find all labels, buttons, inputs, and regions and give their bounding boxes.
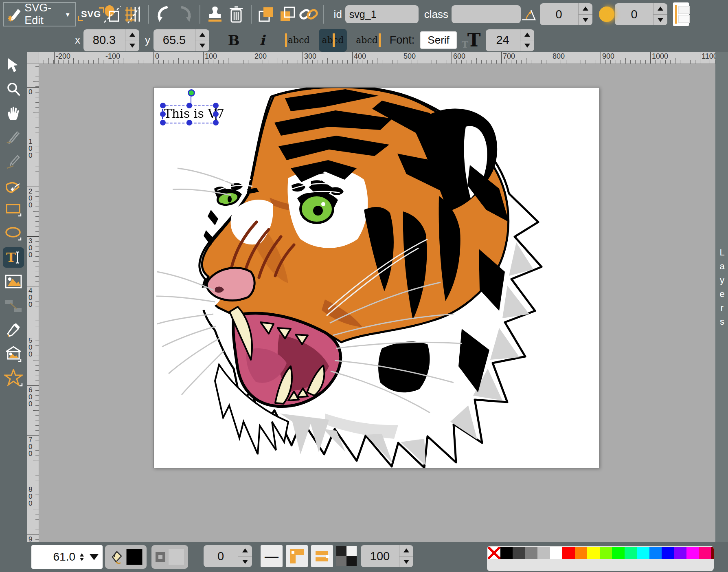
zoom-dropdown-icon[interactable]: [86, 554, 103, 560]
text-anchor-start-button[interactable]: abcd: [283, 29, 313, 52]
angle-up-button[interactable]: [579, 3, 592, 15]
stroke-width-down-button[interactable]: [238, 557, 252, 568]
stroke-style-button[interactable]: —: [261, 545, 283, 567]
eyedropper-tool-button[interactable]: [3, 319, 24, 340]
resize-handle-w[interactable]: [160, 111, 166, 117]
clone-button[interactable]: [204, 4, 226, 25]
svg-source-icon: SVG: [81, 9, 101, 19]
font-size-value[interactable]: 24: [486, 29, 520, 51]
workspace[interactable]: This is V7: [39, 64, 715, 542]
image-tool-button[interactable]: [3, 271, 24, 292]
main-menu-button[interactable]: SVG-Edit ▼: [3, 2, 76, 26]
text-tool-button[interactable]: T: [3, 247, 24, 268]
y-up-button[interactable]: [195, 29, 209, 41]
ellipse-tool-button[interactable]: [3, 223, 24, 244]
palette-swatch-ffffff[interactable]: [550, 547, 563, 559]
text-anchor-middle-button[interactable]: abcd: [319, 29, 347, 52]
source-editor-button[interactable]: SVG: [81, 4, 102, 25]
make-link-button[interactable]: [298, 4, 319, 25]
palette-swatch-ff007f[interactable]: [699, 547, 712, 559]
toolbar-separator: [200, 5, 200, 24]
palette-swatch-ff7f00[interactable]: [575, 547, 588, 559]
zoom-spin-buttons[interactable]: [78, 549, 86, 565]
palette-swatch-000000[interactable]: [500, 547, 513, 559]
bold-button[interactable]: B: [223, 30, 244, 51]
path-tool-button[interactable]: [3, 175, 24, 196]
palette-swatch-00ffff[interactable]: [637, 547, 649, 559]
resize-handle-e[interactable]: [213, 111, 219, 117]
rectangle-tool-button[interactable]: [3, 199, 24, 220]
element-id-input[interactable]: [345, 5, 419, 23]
delete-button[interactable]: [226, 4, 247, 25]
resize-handle-ne[interactable]: [213, 103, 219, 108]
stroke-color-swatch[interactable]: [169, 549, 184, 565]
linejoin-button[interactable]: [286, 545, 308, 567]
palette-swatch-007fff[interactable]: [649, 547, 662, 559]
palette-swatch-none[interactable]: [488, 547, 500, 559]
blur-up-button[interactable]: [653, 3, 667, 15]
palette-swatch-ff00ff[interactable]: [686, 547, 699, 559]
text-anchor-end-button[interactable]: abcd: [353, 29, 383, 52]
resize-handle-nw[interactable]: [160, 103, 166, 108]
opacity-up-button[interactable]: [399, 545, 413, 557]
angle-down-button[interactable]: [579, 15, 592, 26]
layers-panel-toggle[interactable]: Layers: [715, 52, 728, 542]
connector-tool-button[interactable]: [3, 295, 24, 316]
fill-color-swatch[interactable]: [126, 549, 143, 565]
opacity-picker-icon[interactable]: [336, 546, 357, 566]
pencil-tool-button[interactable]: [3, 127, 24, 147]
y-value[interactable]: 65.5: [153, 29, 195, 51]
stroke-width-up-button[interactable]: [238, 545, 252, 557]
zoom-tool-button[interactable]: [3, 79, 24, 99]
line-tool-button[interactable]: [3, 151, 24, 172]
resize-handle-se[interactable]: [213, 120, 219, 125]
blur-value[interactable]: 0: [615, 3, 653, 25]
font-size-up-button[interactable]: [520, 29, 534, 41]
palette-swatch-00ff00[interactable]: [612, 547, 625, 559]
pan-tool-button[interactable]: [3, 103, 24, 123]
move-to-back-button[interactable]: [277, 4, 298, 25]
x-value[interactable]: 80.3: [83, 29, 125, 51]
move-to-front-button[interactable]: [256, 4, 277, 25]
svg-canvas[interactable]: This is V7: [153, 87, 599, 468]
library-tool-button[interactable]: [3, 343, 24, 364]
palette-swatch-7f7f7f[interactable]: [525, 547, 538, 559]
select-tool-button[interactable]: [3, 55, 24, 75]
palette-swatch-bfbfbf[interactable]: [537, 547, 550, 559]
element-class-input[interactable]: [452, 5, 521, 23]
italic-button[interactable]: i: [252, 30, 273, 51]
x-down-button[interactable]: [125, 40, 139, 51]
angle-value[interactable]: 0: [540, 3, 578, 25]
palette-swatch-ff0000[interactable]: [562, 547, 575, 559]
grid-snap-button[interactable]: [123, 4, 144, 25]
hand-icon: [7, 106, 20, 121]
palette-swatch-7f00ff[interactable]: [674, 547, 687, 559]
zoom-widget[interactable]: 61.0: [31, 545, 103, 569]
resize-handle-s[interactable]: [186, 120, 192, 125]
palette-swatch-ffff00[interactable]: [587, 547, 600, 559]
palette-swatch-7f0000[interactable]: [711, 547, 714, 559]
stroke-width-value[interactable]: 0: [204, 545, 238, 567]
resize-handle-sw[interactable]: [160, 120, 166, 125]
shape-library-button[interactable]: [102, 4, 123, 25]
y-down-button[interactable]: [195, 40, 209, 51]
opacity-down-button[interactable]: [399, 557, 413, 568]
resize-handle-n[interactable]: [186, 103, 192, 108]
swatch-panel-button[interactable]: [673, 2, 689, 26]
palette-swatch-0000ff[interactable]: [662, 547, 674, 559]
blur-down-button[interactable]: [653, 15, 667, 26]
undo-button[interactable]: [153, 4, 174, 25]
redo-button[interactable]: [174, 4, 195, 25]
rotate-handle[interactable]: [188, 89, 195, 97]
zoom-value[interactable]: 61.0: [31, 550, 78, 563]
palette-swatch-00ff7f[interactable]: [625, 547, 637, 559]
palette-swatch-3f3f3f[interactable]: [513, 547, 525, 559]
star-tool-button[interactable]: [3, 367, 24, 388]
font-family-button[interactable]: Serif: [420, 31, 456, 49]
tiger-drawing[interactable]: [154, 88, 599, 468]
font-size-down-button[interactable]: [520, 40, 534, 51]
palette-swatch-7fff00[interactable]: [600, 547, 612, 559]
x-up-button[interactable]: [125, 29, 139, 41]
opacity-value[interactable]: 100: [361, 545, 399, 567]
linecap-button[interactable]: [311, 545, 333, 567]
